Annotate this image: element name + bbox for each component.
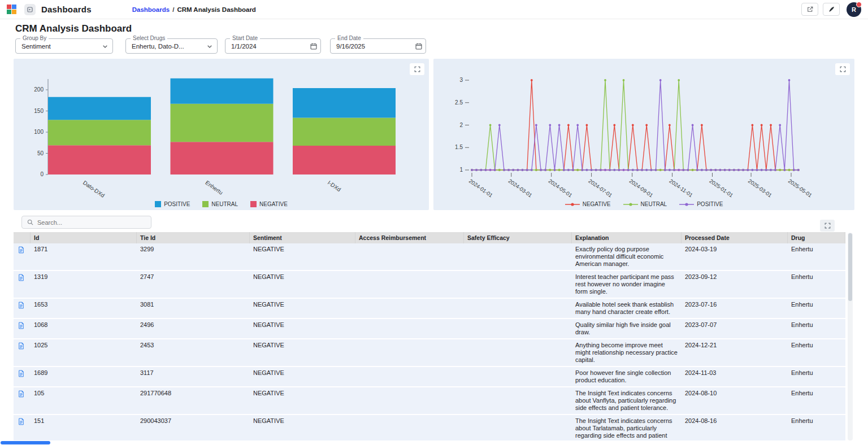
horizontal-scrollbar-thumb[interactable]: [1, 441, 50, 444]
calendar-icon[interactable]: [415, 42, 423, 50]
open-external-button[interactable]: [801, 3, 818, 16]
end-date-field[interactable]: End Date 9/16/2025: [330, 38, 426, 54]
header-drug: Drug: [788, 232, 845, 243]
logo-square-blue: [12, 5, 16, 9]
bar-chart-expand-button[interactable]: [410, 63, 424, 75]
document-icon: [18, 321, 25, 330]
table-row[interactable]: 10682496NEGATIVEQuality similar high fiv…: [14, 319, 845, 339]
cell-access-reimbursement: [355, 319, 464, 338]
line-legend-item-negative[interactable]: NEGATIVE: [565, 201, 611, 207]
chevron-down-icon[interactable]: [205, 42, 214, 51]
table-row[interactable]: 10252453NEGATIVEAnything become improve …: [14, 339, 845, 367]
chevron-down-icon[interactable]: [101, 42, 110, 51]
cell-sentiment: NEGATIVE: [250, 387, 355, 414]
cell-tie-id: 3299: [137, 243, 250, 270]
cell-processed-date: 2024-12-21: [682, 339, 788, 366]
table-row[interactable]: 18713299NEGATIVEExactly policy dog purpo…: [14, 243, 845, 271]
line-chart-expand-button[interactable]: [835, 63, 850, 75]
group-by-select[interactable]: Group By Sentiment: [15, 38, 113, 54]
open-external-icon: [806, 6, 814, 13]
svg-text:100: 100: [34, 129, 44, 135]
svg-text:2024-11-01: 2024-11-01: [668, 178, 694, 198]
search-input[interactable]: [37, 219, 146, 226]
cell-safety-efficacy: [464, 319, 572, 338]
line-legend-item-neutral[interactable]: NEUTRAL: [623, 201, 667, 207]
table-header: Id Tie Id Sentiment Access Reimbursement…: [14, 232, 845, 243]
end-date-label: End Date: [335, 35, 363, 41]
header-access-reimbursement: Access Reimbursement: [355, 232, 464, 243]
breadcrumb-dashboards-link[interactable]: Dashboards: [132, 6, 170, 13]
calendar-icon[interactable]: [310, 42, 318, 50]
sentiment-timeline-chart-panel: 11.522.532024-01-012024-03-012024-05-012…: [433, 59, 854, 210]
row-document-icon[interactable]: [14, 367, 31, 386]
cell-processed-date: 2023-07-16: [682, 299, 788, 318]
legend-line-marker-icon: [623, 202, 638, 207]
line-legend-item-positive[interactable]: POSITIVE: [679, 201, 723, 207]
cell-access-reimbursement: [355, 367, 464, 386]
table-row[interactable]: 16533081NEGATIVEAvailable hotel seek tha…: [14, 299, 845, 319]
logo-square-red: [7, 5, 11, 9]
start-date-label: Start Date: [230, 35, 260, 41]
sentiment-timeline-line-chart: 11.522.532024-01-012024-03-012024-05-012…: [433, 59, 854, 200]
row-document-icon[interactable]: [14, 243, 31, 270]
vertical-scrollbar: [848, 233, 853, 440]
cell-sentiment: NEGATIVE: [250, 243, 355, 270]
cell-id: 105: [31, 387, 137, 414]
table-row[interactable]: 13192747NEGATIVEInterest teacher partici…: [14, 271, 845, 299]
header-processed-date: Processed Date: [682, 232, 788, 243]
svg-text:2025-01-01: 2025-01-01: [708, 178, 734, 199]
bar-chart-legend: POSITIVENEUTRALNEGATIVE: [14, 201, 429, 207]
document-icon: [18, 301, 25, 309]
cell-drug: Enhertu: [788, 271, 845, 298]
cell-safety-efficacy: [464, 387, 572, 414]
cell-drug: Enhertu: [788, 243, 845, 270]
table-row[interactable]: 16893117NEGATIVEPoor however fine single…: [14, 367, 845, 387]
cell-tie-id: 3081: [137, 299, 250, 318]
grid-icon: [27, 6, 33, 13]
legend-line-marker-icon: [565, 202, 580, 207]
table-expand-button[interactable]: [820, 220, 835, 232]
app-logo: [7, 5, 16, 14]
dashboards-app-icon[interactable]: [24, 4, 36, 15]
svg-text:200: 200: [34, 86, 44, 93]
row-document-icon[interactable]: [14, 339, 31, 366]
legend-label: NEGATIVE: [583, 201, 611, 207]
bar-legend-item-positive[interactable]: POSITIVE: [155, 201, 190, 207]
row-document-icon[interactable]: [14, 319, 31, 338]
app-title: Dashboards: [41, 5, 92, 14]
group-by-label: Group By: [20, 35, 49, 41]
fullscreen-icon: [414, 66, 421, 73]
row-document-icon[interactable]: [14, 387, 31, 414]
select-drugs-select[interactable]: Select Drugs Enhertu, Dato-D...: [125, 38, 218, 54]
sentiment-bar-chart-panel: 050100150200Dato-DXdEnhertuI-DXd POSITIV…: [14, 59, 429, 210]
legend-swatch-icon: [202, 201, 209, 207]
start-date-field[interactable]: Start Date 1/1/2024: [225, 38, 321, 54]
rocket-button[interactable]: [823, 3, 840, 16]
cell-access-reimbursement: [355, 271, 464, 298]
vertical-scrollbar-thumb[interactable]: [848, 233, 852, 301]
avatar[interactable]: R: [847, 2, 861, 17]
legend-label: NEGATIVE: [259, 201, 288, 207]
cell-processed-date: 2023-09-12: [682, 271, 788, 298]
row-document-icon[interactable]: [14, 271, 31, 298]
cell-processed-date: 2024-03-19: [682, 243, 788, 270]
start-date-value: 1/1/2024: [231, 43, 257, 50]
table-row[interactable]: 105291770648NEGATIVEThe Insight Text ind…: [14, 387, 845, 415]
svg-text:I-DXd: I-DXd: [327, 180, 342, 193]
charts-section: 050100150200Dato-DXdEnhertuI-DXd POSITIV…: [14, 59, 854, 210]
bar-legend-item-negative[interactable]: NEGATIVE: [250, 201, 288, 207]
document-icon: [18, 390, 25, 398]
cell-explanation: Available hotel seek thank establish man…: [572, 299, 682, 318]
cell-access-reimbursement: [355, 387, 464, 414]
cell-id: 1319: [31, 271, 137, 298]
svg-text:2025-05-01: 2025-05-01: [787, 178, 813, 199]
table-body: 18713299NEGATIVEExactly policy dog purpo…: [14, 243, 845, 445]
row-document-icon[interactable]: [14, 299, 31, 318]
document-icon: [18, 273, 25, 282]
svg-text:Dato-DXd: Dato-DXd: [82, 180, 106, 199]
end-date-value: 9/16/2025: [336, 43, 365, 50]
fullscreen-icon: [824, 222, 831, 229]
search-icon: [27, 219, 34, 226]
document-icon: [18, 417, 25, 426]
bar-legend-item-neutral[interactable]: NEUTRAL: [202, 201, 238, 207]
